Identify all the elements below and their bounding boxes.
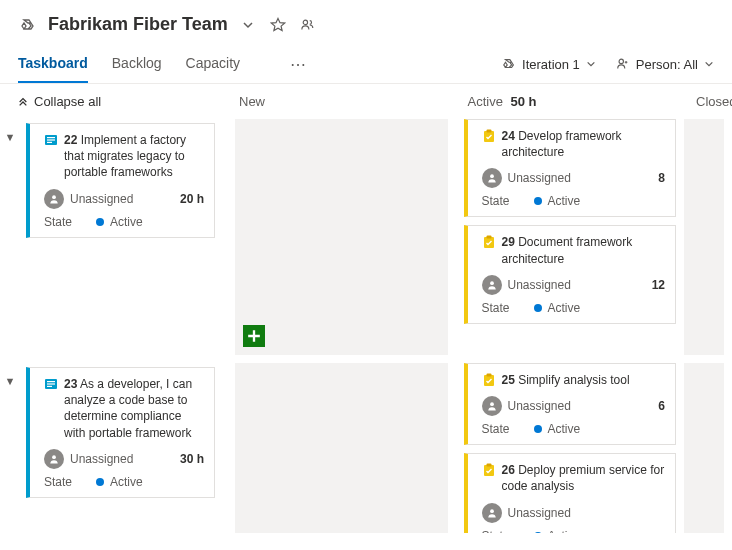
- svg-rect-7: [484, 131, 494, 142]
- collapse-toggle-icon[interactable]: [6, 373, 16, 389]
- work-item-id: 26: [502, 463, 515, 477]
- chevron-down-icon: [704, 59, 714, 69]
- svg-rect-4: [47, 139, 55, 140]
- unassigned-avatar-icon: [44, 449, 64, 469]
- column-header-closed: Closed: [682, 84, 732, 119]
- state-label: State: [482, 194, 510, 208]
- column-active-cell[interactable]: 25 Simplify analysis tool Unassigned 6 S…: [456, 363, 685, 533]
- iteration-label: Iteration 1: [522, 57, 580, 72]
- assignee-label: Unassigned: [508, 171, 653, 185]
- unassigned-avatar-icon: [482, 168, 502, 188]
- chevron-down-icon: [586, 59, 596, 69]
- tab-capacity[interactable]: Capacity: [186, 45, 240, 83]
- work-item-title: Develop framework architecture: [502, 129, 622, 159]
- svg-point-0: [303, 20, 307, 24]
- state-label: State: [482, 301, 510, 315]
- star-icon[interactable]: [268, 15, 288, 35]
- column-new-cell[interactable]: [235, 119, 448, 355]
- svg-rect-5: [47, 142, 52, 143]
- state-label: State: [482, 422, 510, 436]
- work-item-title: As a developer, I can analyze a code bas…: [64, 377, 192, 440]
- recycle-icon: [18, 15, 38, 35]
- assignee-label: Unassigned: [508, 278, 646, 292]
- state-label: State: [44, 475, 72, 489]
- svg-point-20: [490, 402, 494, 406]
- work-item-id: 22: [64, 133, 77, 147]
- task-icon: [482, 129, 496, 143]
- team-title: Fabrikam Fiber Team: [48, 14, 228, 35]
- add-task-button[interactable]: [243, 325, 265, 347]
- remaining-hours: 12: [652, 278, 665, 292]
- task-card[interactable]: 24 Develop framework architecture Unassi…: [464, 119, 677, 217]
- backlog-card[interactable]: 22 Implement a factory that migrates leg…: [26, 123, 215, 238]
- team-members-icon[interactable]: [298, 15, 318, 35]
- work-item-id: 25: [502, 373, 515, 387]
- state-value: Active: [548, 529, 581, 533]
- person-picker[interactable]: Person: All: [616, 57, 714, 72]
- svg-rect-10: [484, 237, 494, 248]
- column-closed-cell[interactable]: [684, 119, 724, 355]
- work-item-title: Document framework architecture: [502, 235, 633, 265]
- svg-point-9: [490, 175, 494, 179]
- svg-rect-8: [486, 130, 491, 133]
- active-total-hours: 50 h: [511, 94, 537, 109]
- state-value: Active: [110, 215, 143, 229]
- svg-rect-22: [486, 464, 491, 467]
- column-new-cell[interactable]: [235, 363, 448, 533]
- chevron-down-icon[interactable]: [238, 15, 258, 35]
- svg-point-17: [52, 455, 56, 459]
- svg-rect-3: [47, 137, 55, 138]
- state-dot-icon: [534, 532, 542, 533]
- more-icon[interactable]: ⋯: [284, 49, 314, 80]
- swimlanes: 22 Implement a factory that migrates leg…: [0, 119, 732, 533]
- svg-rect-15: [47, 383, 55, 384]
- swimlane: 22 Implement a factory that migrates leg…: [0, 119, 732, 363]
- remaining-hours: 30 h: [180, 452, 204, 466]
- work-item-id: 24: [502, 129, 515, 143]
- state-value: Active: [548, 301, 581, 315]
- svg-rect-18: [484, 375, 494, 386]
- column-closed-cell[interactable]: [684, 363, 724, 533]
- state-dot-icon: [534, 425, 542, 433]
- svg-rect-16: [47, 386, 52, 387]
- remaining-hours: 20 h: [180, 192, 204, 206]
- assignee-label: Unassigned: [508, 506, 660, 520]
- svg-rect-21: [484, 465, 494, 476]
- task-icon: [482, 463, 496, 477]
- state-label: State: [482, 529, 510, 533]
- column-active-cell[interactable]: 24 Develop framework architecture Unassi…: [456, 119, 685, 363]
- unassigned-avatar-icon: [482, 275, 502, 295]
- state-value: Active: [548, 422, 581, 436]
- work-item-title: Simplify analysis tool: [518, 373, 629, 387]
- task-card[interactable]: 29 Document framework architecture Unass…: [464, 225, 677, 323]
- pbi-icon: [44, 133, 58, 147]
- work-item-title: Deploy premium service for code analysis: [502, 463, 665, 493]
- state-label: State: [44, 215, 72, 229]
- task-icon: [482, 235, 496, 249]
- work-item-id: 23: [64, 377, 77, 391]
- iteration-picker[interactable]: Iteration 1: [502, 57, 596, 72]
- svg-rect-19: [486, 374, 491, 377]
- unassigned-avatar-icon: [44, 189, 64, 209]
- svg-rect-14: [47, 381, 55, 382]
- state-dot-icon: [96, 478, 104, 486]
- person-label: Person: All: [636, 57, 698, 72]
- unassigned-avatar-icon: [482, 396, 502, 416]
- taskboard: Collapse all New Active 50 h Closed: [0, 84, 732, 534]
- task-icon: [482, 373, 496, 387]
- state-dot-icon: [96, 218, 104, 226]
- backlog-card[interactable]: 23 As a developer, I can analyze a code …: [26, 367, 215, 498]
- column-header-active: Active 50 h: [454, 84, 683, 119]
- task-card[interactable]: 25 Simplify analysis tool Unassigned 6 S…: [464, 363, 677, 445]
- work-item-title: Implement a factory that migrates legacy…: [64, 133, 186, 179]
- unassigned-avatar-icon: [482, 503, 502, 523]
- collapse-all-button[interactable]: Collapse all: [0, 84, 225, 119]
- task-card[interactable]: 26 Deploy premium service for code analy…: [464, 453, 677, 533]
- assignee-label: Unassigned: [508, 399, 653, 413]
- tab-taskboard[interactable]: Taskboard: [18, 45, 88, 83]
- collapse-icon: [18, 97, 28, 107]
- tab-backlog[interactable]: Backlog: [112, 45, 162, 83]
- column-header-new: New: [225, 84, 454, 119]
- collapse-toggle-icon[interactable]: [6, 129, 16, 145]
- work-item-id: 29: [502, 235, 515, 249]
